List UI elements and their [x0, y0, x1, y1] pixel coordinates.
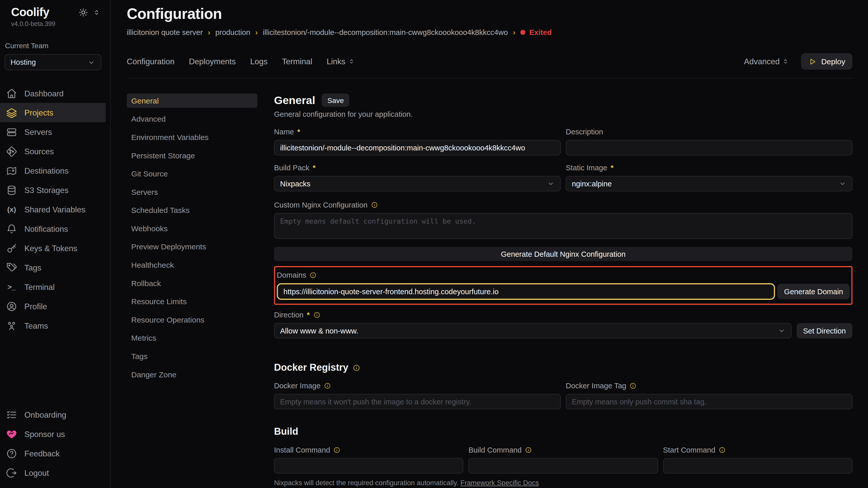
info-icon[interactable]	[371, 201, 378, 208]
submenu-webhooks[interactable]: Webhooks	[127, 221, 257, 236]
breadcrumb-resource[interactable]: illicitestonion/-module--decomposition:m…	[263, 28, 508, 36]
sidebar-item-profile[interactable]: Profile	[0, 296, 105, 316]
status-label: Exited	[529, 28, 552, 36]
docker-image-label: Docker Image	[274, 381, 561, 391]
sidebar-item-terminal[interactable]: >_ Terminal	[0, 277, 105, 296]
domains-highlight-box: Domains Generate Domain	[274, 266, 852, 305]
info-icon[interactable]	[313, 311, 320, 319]
submenu-servers[interactable]: Servers	[127, 185, 257, 199]
page-title: Configuration	[127, 6, 852, 23]
info-icon[interactable]	[353, 364, 361, 371]
team-select-value: Hosting	[10, 58, 36, 67]
submenu-git-source[interactable]: Git Source	[127, 166, 257, 181]
domains-label: Domains	[277, 270, 850, 280]
direction-select[interactable]: Allow www & non-www.	[274, 323, 792, 338]
info-icon[interactable]	[525, 447, 532, 454]
submenu-advanced[interactable]: Advanced	[127, 112, 257, 126]
general-form: General Save General configuration for y…	[274, 94, 852, 488]
deploy-button[interactable]: Deploy	[801, 53, 852, 70]
static-image-select[interactable]: nginx:alpine	[566, 176, 852, 192]
generate-nginx-button[interactable]: Generate Default Nginx Configuration	[274, 247, 852, 261]
submenu-general[interactable]: General	[127, 94, 257, 108]
sidebar-item-destinations[interactable]: Destinations	[0, 161, 105, 180]
custom-nginx-textarea[interactable]	[274, 213, 852, 239]
tab-deployments[interactable]: Deployments	[189, 57, 236, 66]
logo-row: Coolify	[0, 6, 110, 19]
theme-switch-updown-icon[interactable]	[93, 9, 100, 16]
set-direction-button[interactable]: Set Direction	[796, 323, 852, 338]
info-icon[interactable]	[324, 382, 331, 389]
status-dot-icon	[521, 30, 526, 35]
home-icon	[6, 88, 17, 99]
section-title: General	[274, 94, 315, 106]
sidebar: Coolify v4.0.0-beta.399 Current Team Hos…	[0, 0, 111, 488]
logout-icon	[6, 467, 17, 478]
docker-image-input[interactable]	[274, 394, 561, 410]
name-label: Name*	[274, 127, 561, 137]
sidebar-item-tags[interactable]: Tags	[0, 258, 105, 277]
sidebar-item-dashboard[interactable]: Dashboard	[0, 84, 105, 103]
breadcrumb-project[interactable]: illicitonion quote server	[127, 28, 203, 36]
info-icon[interactable]	[719, 447, 726, 454]
submenu-persistent-storage[interactable]: Persistent Storage	[127, 148, 257, 162]
submenu-healthcheck[interactable]: Healthcheck	[127, 258, 257, 272]
start-command-input[interactable]	[663, 458, 852, 474]
build-pack-select[interactable]: Nixpacks	[274, 176, 561, 192]
info-icon[interactable]	[334, 447, 341, 454]
submenu-metrics[interactable]: Metrics	[127, 331, 257, 345]
tab-links[interactable]: Links	[327, 57, 355, 66]
team-select[interactable]: Hosting	[4, 54, 101, 70]
sidebar-item-s3-storages[interactable]: S3 Storages	[0, 180, 105, 200]
submenu-danger-zone[interactable]: Danger Zone	[127, 367, 257, 382]
submenu-scheduled-tasks[interactable]: Scheduled Tasks	[127, 203, 257, 217]
build-command-input[interactable]	[468, 458, 658, 474]
submenu-resource-limits[interactable]: Resource Limits	[127, 294, 257, 308]
terminal-icon: >_	[6, 283, 17, 291]
sidebar-item-shared-variables[interactable]: (x) Shared Variables	[0, 200, 105, 219]
info-icon[interactable]	[630, 382, 637, 389]
app-logo[interactable]: Coolify	[11, 6, 49, 19]
sidebar-item-onboarding[interactable]: Onboarding	[0, 405, 105, 424]
install-command-input[interactable]	[274, 458, 464, 474]
name-input[interactable]	[274, 140, 561, 156]
tab-terminal[interactable]: Terminal	[282, 57, 312, 66]
breadcrumb-separator: ›	[255, 28, 258, 36]
submenu-tags[interactable]: Tags	[127, 349, 257, 363]
checklist-icon	[6, 409, 17, 420]
generate-domain-button[interactable]: Generate Domain	[777, 284, 849, 299]
docker-image-tag-input[interactable]	[566, 394, 852, 410]
info-icon[interactable]	[309, 271, 317, 279]
tab-bar: Configuration Deployments Logs Terminal …	[127, 53, 852, 78]
sidebar-item-servers[interactable]: Servers	[0, 122, 105, 141]
sidebar-item-logout[interactable]: Logout	[0, 463, 105, 482]
description-input[interactable]	[566, 140, 852, 156]
docker-registry-title: Docker Registry	[274, 362, 852, 373]
domains-input[interactable]	[277, 283, 775, 300]
sidebar-item-projects[interactable]: Projects	[0, 103, 105, 122]
sidebar-footer: Onboarding Sponsor us Feedback Logout	[0, 405, 110, 488]
theme-toggle-sun-icon[interactable]	[79, 7, 88, 17]
map-icon	[6, 165, 17, 176]
advanced-dropdown[interactable]: Advanced	[744, 57, 789, 66]
sidebar-item-keys-tokens[interactable]: Keys & Tokens	[0, 238, 105, 258]
bell-icon	[6, 223, 17, 234]
submenu-resource-operations[interactable]: Resource Operations	[127, 313, 257, 327]
chevron-down-icon	[778, 327, 785, 334]
framework-docs-link[interactable]: Framework Specific Docs	[461, 479, 539, 487]
sidebar-item-sponsor-us[interactable]: Sponsor us	[0, 424, 105, 444]
submenu-rollback[interactable]: Rollback	[127, 276, 257, 290]
sidebar-item-teams[interactable]: Teams	[0, 316, 105, 335]
sidebar-item-sources[interactable]: Sources	[0, 141, 105, 161]
sidebar-item-feedback[interactable]: Feedback	[0, 444, 105, 463]
breadcrumb-separator: ›	[513, 28, 516, 36]
description-label: Description	[566, 127, 852, 137]
sidebar-item-notifications[interactable]: Notifications	[0, 219, 105, 238]
tab-logs[interactable]: Logs	[250, 57, 268, 66]
breadcrumb-environment[interactable]: production	[215, 28, 250, 36]
save-button[interactable]: Save	[322, 94, 349, 107]
tab-configuration[interactable]: Configuration	[127, 57, 175, 66]
chevron-down-icon	[88, 58, 95, 66]
sidebar-nav: Dashboard Projects Servers Sources Desti…	[0, 84, 110, 335]
submenu-preview-deployments[interactable]: Preview Deployments	[127, 239, 257, 254]
submenu-environment-variables[interactable]: Environment Variables	[127, 130, 257, 144]
